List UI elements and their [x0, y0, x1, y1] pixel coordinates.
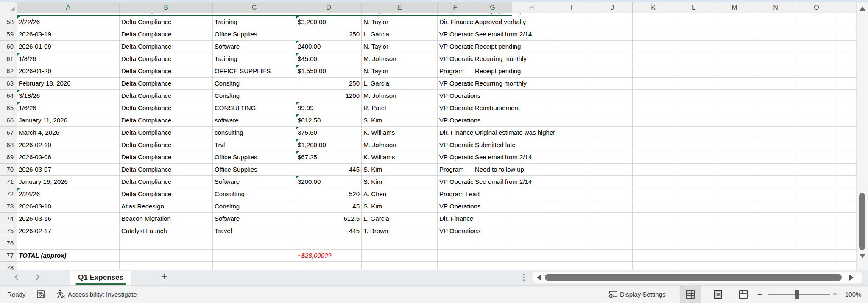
- cell-O57[interactable]: [796, 13, 837, 16]
- cell-E60[interactable]: N. Taylor: [362, 41, 438, 53]
- cell-F63[interactable]: VP Operations: [438, 78, 473, 90]
- cell-A73[interactable]: 2026-03-10: [17, 200, 120, 213]
- cell-A77[interactable]: TOTAL (approx): [17, 250, 120, 262]
- row-header-71[interactable]: 71: [0, 176, 17, 188]
- cell-K74[interactable]: [633, 213, 674, 225]
- cell-I76[interactable]: [551, 237, 592, 250]
- zoom-in-button[interactable]: +: [832, 286, 837, 303]
- cell-N71[interactable]: [755, 176, 796, 188]
- cell-B61[interactable]: Delta Compliance: [120, 53, 213, 65]
- cell-D66[interactable]: $612.50: [296, 114, 362, 127]
- cell-P62[interactable]: [837, 65, 857, 78]
- cell-F67[interactable]: Dir. Finance: [438, 127, 473, 139]
- column-header-L[interactable]: L: [674, 2, 714, 13]
- zoom-level[interactable]: 100%: [845, 286, 861, 303]
- cell-N78[interactable]: [755, 262, 796, 270]
- cell-C61[interactable]: Training: [213, 53, 296, 65]
- cell-A74[interactable]: 2026-03-16: [17, 213, 120, 225]
- cell-D63[interactable]: 250: [296, 78, 362, 90]
- cell-L62[interactable]: [674, 65, 714, 78]
- cell-N68[interactable]: [755, 139, 796, 151]
- cell-G59[interactable]: See email from 2/14: [473, 28, 512, 41]
- macro-record-icon[interactable]: [36, 290, 45, 300]
- scroll-left-icon[interactable]: [537, 275, 541, 281]
- cell-F66[interactable]: VP Operations: [438, 114, 473, 127]
- cell-F62[interactable]: Program: [438, 65, 473, 78]
- cell-N70[interactable]: [755, 164, 796, 176]
- cell-K68[interactable]: [633, 139, 674, 151]
- cell-P67[interactable]: [837, 127, 857, 139]
- cell-K65[interactable]: [633, 102, 674, 114]
- cell-J57[interactable]: [592, 13, 633, 16]
- cell-D74[interactable]: 612.5: [296, 213, 362, 225]
- row-header-78[interactable]: 78: [0, 262, 17, 270]
- cell-P76[interactable]: [837, 237, 857, 250]
- scroll-down-icon[interactable]: [860, 254, 865, 258]
- cell-I68[interactable]: [551, 139, 592, 151]
- cell-A78[interactable]: [17, 262, 120, 270]
- cell-K61[interactable]: [633, 53, 674, 65]
- column-header-partial[interactable]: [837, 2, 857, 13]
- cell-P78[interactable]: [837, 262, 857, 270]
- cell-P58[interactable]: [837, 16, 857, 28]
- cell-A62[interactable]: 2026-01-20: [17, 65, 120, 78]
- normal-view-button[interactable]: [680, 286, 701, 303]
- scroll-up-icon[interactable]: [860, 6, 865, 11]
- cell-M65[interactable]: [714, 102, 755, 114]
- cell-F70[interactable]: Program: [438, 164, 473, 176]
- cell-K71[interactable]: [633, 176, 674, 188]
- cell-J76[interactable]: [592, 237, 633, 250]
- cell-A66[interactable]: January 11, 2026: [17, 114, 120, 127]
- cell-P74[interactable]: [837, 213, 857, 225]
- cell-I64[interactable]: [551, 90, 592, 102]
- cell-D60[interactable]: 2400.00: [296, 41, 362, 53]
- cell-N66[interactable]: [755, 114, 796, 127]
- cell-O78[interactable]: [796, 262, 837, 270]
- cell-M66[interactable]: [714, 114, 755, 127]
- cell-I78[interactable]: [551, 262, 592, 270]
- cell-O66[interactable]: [796, 114, 837, 127]
- cell-C76[interactable]: [213, 237, 296, 250]
- cell-G61[interactable]: Recurring monthly: [473, 53, 512, 65]
- cell-J78[interactable]: [592, 262, 633, 270]
- cell-I77[interactable]: [551, 250, 592, 262]
- row-header-73[interactable]: 73: [0, 200, 17, 213]
- cell-H64[interactable]: [512, 90, 551, 102]
- column-header-O[interactable]: O: [796, 2, 837, 13]
- cell-A76[interactable]: [17, 237, 120, 250]
- cell-L63[interactable]: [674, 78, 714, 90]
- row-header-64[interactable]: 64: [0, 90, 17, 102]
- column-header-F[interactable]: F: [438, 2, 473, 13]
- cell-E68[interactable]: M. Johnson: [362, 139, 438, 151]
- cell-I63[interactable]: [551, 78, 592, 90]
- cell-I69[interactable]: [551, 151, 592, 164]
- cell-P65[interactable]: [837, 102, 857, 114]
- cell-K60[interactable]: [633, 41, 674, 53]
- all-sheets-menu-icon[interactable]: ⋮: [520, 272, 528, 282]
- cell-C74[interactable]: Software: [213, 213, 296, 225]
- row-header-76[interactable]: 76: [0, 237, 17, 250]
- cell-P69[interactable]: [837, 151, 857, 164]
- cell-E71[interactable]: S. Kim: [362, 176, 438, 188]
- cell-D59[interactable]: 250: [296, 28, 362, 41]
- cell-J66[interactable]: [592, 114, 633, 127]
- cell-F65[interactable]: VP Operations: [438, 102, 473, 114]
- sheet-tab-q1-expenses[interactable]: Q1 Expenses: [70, 271, 131, 285]
- cell-L57[interactable]: [674, 13, 714, 16]
- cell-K72[interactable]: [633, 188, 674, 200]
- cell-P61[interactable]: [837, 53, 857, 65]
- cell-G60[interactable]: Receipt pending: [473, 41, 512, 53]
- cell-H77[interactable]: [512, 250, 551, 262]
- cell-P73[interactable]: [837, 200, 857, 213]
- cell-L72[interactable]: [674, 188, 714, 200]
- cell-M61[interactable]: [714, 53, 755, 65]
- zoom-out-button[interactable]: −: [757, 286, 762, 303]
- row-header-66[interactable]: 66: [0, 114, 17, 127]
- cell-M63[interactable]: [714, 78, 755, 90]
- cell-P66[interactable]: [837, 114, 857, 127]
- cell-D73[interactable]: 45: [296, 200, 362, 213]
- cell-M58[interactable]: [714, 16, 755, 28]
- cell-O61[interactable]: [796, 53, 837, 65]
- cell-K57[interactable]: [633, 13, 674, 16]
- cell-P64[interactable]: [837, 90, 857, 102]
